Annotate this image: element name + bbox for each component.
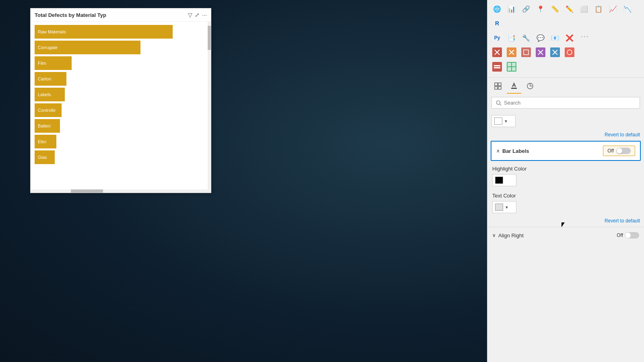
search-container xyxy=(487,94,644,112)
chart-title: Total Defects by Material Typ xyxy=(35,12,186,18)
colored-icon-7[interactable] xyxy=(491,60,504,73)
color-swatch xyxy=(494,117,502,125)
text-color-picker[interactable]: ▼ xyxy=(492,201,516,213)
pencil-icon[interactable]: ✏️ xyxy=(563,2,576,15)
svg-rect-22 xyxy=(508,67,511,71)
align-chevron[interactable]: ∨ xyxy=(492,232,496,238)
colored-icons-row1 xyxy=(491,46,641,59)
chart-scrollbar-vertical[interactable] xyxy=(208,22,211,193)
align-toggle-thumb xyxy=(625,232,631,238)
settings-icon[interactable]: 🔧 xyxy=(520,31,533,44)
highlight-color-swatch xyxy=(495,177,503,184)
ruler-icon[interactable]: 📏 xyxy=(549,2,561,15)
align-right-section: ∨ Align Right Off xyxy=(487,229,644,242)
toggle-thumb xyxy=(617,148,622,154)
icon-toolbar: 🌐 📊 🔗 📍 📏 ✏️ ⬜ 📋 📈 📉 R Py 📑 🔧 💬 📧 ❌ ··· xyxy=(487,0,644,78)
bar-labels-toggle-label: Off xyxy=(607,148,614,154)
colored-icon-2[interactable] xyxy=(505,46,518,59)
right-panel: 🌐 📊 🔗 📍 📏 ✏️ ⬜ 📋 📈 📉 R Py 📑 🔧 💬 📧 ❌ ··· xyxy=(487,0,644,362)
divider xyxy=(487,227,644,227)
text-color-label: Text Color xyxy=(492,193,639,199)
bar-label: Raw Materials xyxy=(35,29,66,34)
svg-rect-26 xyxy=(495,86,497,89)
more-icon[interactable]: ··· xyxy=(202,12,207,18)
document-icon[interactable]: 📑 xyxy=(505,31,518,44)
revert-default-2[interactable]: Revert to default xyxy=(487,216,644,225)
align-toggle-switch[interactable] xyxy=(625,232,639,239)
chart-scrollbar-horizontal[interactable] xyxy=(31,189,208,193)
bar-labels-toggle-switch[interactable] xyxy=(616,148,631,154)
scrollbar-thumb[interactable] xyxy=(208,26,211,50)
r-icon[interactable]: R xyxy=(491,17,504,30)
bar-labels-toggle-container[interactable]: Off xyxy=(603,146,635,156)
color-picker-row: ▼ xyxy=(487,112,644,130)
more-dots[interactable]: ··· xyxy=(578,31,592,44)
chart-panel: Total Defects by Material Typ ▽ ⤢ ··· Ra… xyxy=(30,8,211,193)
tab-analytics[interactable] xyxy=(523,79,537,94)
colored-icon-3[interactable] xyxy=(520,46,533,59)
colored-icon-5[interactable] xyxy=(549,46,561,59)
align-toggle-label: Off xyxy=(617,232,623,238)
python-icon[interactable]: Py xyxy=(491,31,504,44)
bar-row: Raw Materials xyxy=(35,25,203,39)
globe-icon[interactable]: 🌐 xyxy=(491,2,504,15)
svg-rect-6 xyxy=(521,47,531,57)
chart-icon[interactable]: 📊 xyxy=(505,2,518,15)
mail-icon[interactable]: 📧 xyxy=(549,31,561,44)
scrollbar-h-thumb[interactable] xyxy=(71,189,103,193)
svg-rect-27 xyxy=(498,86,501,89)
colored-icons-row2 xyxy=(491,60,641,73)
text-color-section: Text Color ▼ xyxy=(487,189,644,216)
svg-rect-16 xyxy=(492,62,502,72)
colored-icon-8[interactable] xyxy=(505,60,518,73)
pin-icon[interactable]: 📍 xyxy=(534,2,547,15)
close-icon[interactable]: ❌ xyxy=(563,31,576,44)
highlight-dropdown-arrow: ▼ xyxy=(505,178,509,183)
color-swatch-dropdown[interactable]: ▼ xyxy=(491,115,516,127)
dropdown-arrow: ▼ xyxy=(504,119,508,123)
tab-grid[interactable] xyxy=(491,79,505,94)
bar-row: Corrugate xyxy=(35,41,203,54)
highlight-color-picker[interactable]: ▼ xyxy=(492,174,516,186)
svg-rect-20 xyxy=(508,63,511,66)
search-box[interactable] xyxy=(491,97,640,109)
search-input[interactable] xyxy=(504,100,636,106)
link-icon[interactable]: 🔗 xyxy=(520,2,533,15)
align-right-header: ∨ Align Right xyxy=(492,232,524,239)
comment-icon[interactable]: 💬 xyxy=(534,31,547,44)
toolbar-row-1: 🌐 📊 🔗 📍 📏 ✏️ ⬜ 📋 📈 📉 R xyxy=(491,2,641,30)
text-color-swatch xyxy=(495,204,503,211)
colored-icon-1[interactable] xyxy=(491,46,504,59)
svg-rect-25 xyxy=(498,83,501,86)
bar-row: Film xyxy=(35,56,203,70)
tab-bar xyxy=(487,78,644,94)
toolbar-row-2: Py 📑 🔧 💬 📧 ❌ ··· xyxy=(491,31,641,44)
svg-line-34 xyxy=(500,104,502,105)
expand-icon[interactable]: ⤢ xyxy=(195,12,200,18)
filter-icon[interactable]: ▽ xyxy=(188,12,192,18)
revert-default-1[interactable]: Revert to default xyxy=(487,130,644,139)
bar-label: Corrugate xyxy=(35,45,58,50)
svg-rect-23 xyxy=(512,67,516,71)
bar-row: Glas xyxy=(35,150,203,164)
barchart-icon[interactable]: 📉 xyxy=(621,2,634,15)
bar-label: Batteri xyxy=(35,123,51,128)
svg-rect-24 xyxy=(495,83,497,86)
svg-rect-14 xyxy=(565,47,574,57)
align-toggle[interactable]: Off xyxy=(617,232,639,239)
svg-point-33 xyxy=(497,101,500,104)
svg-rect-18 xyxy=(494,67,500,68)
bar-labels-chevron[interactable]: ∧ xyxy=(496,148,500,154)
bar-labels-label: Bar Labels xyxy=(502,148,529,154)
bar-row: Carton xyxy=(35,72,203,86)
colored-icon-4[interactable] xyxy=(534,46,547,59)
bar-labels-header: ∧ Bar Labels xyxy=(496,148,529,154)
bar-labels-section: ∧ Bar Labels Off xyxy=(491,141,641,161)
clipboard-icon[interactable]: 📋 xyxy=(592,2,605,15)
table-icon[interactable]: ⬜ xyxy=(578,2,590,15)
bar-row: Batteri xyxy=(35,119,203,133)
linechart-icon[interactable]: 📈 xyxy=(607,2,619,15)
colored-icon-6[interactable] xyxy=(563,46,576,59)
bar-label: Controlle xyxy=(35,108,56,113)
tab-format[interactable] xyxy=(507,79,521,94)
